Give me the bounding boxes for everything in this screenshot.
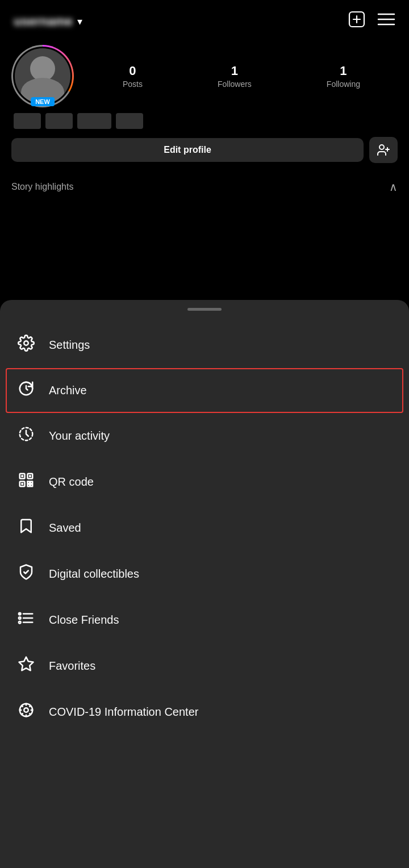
story-dots — [11, 113, 398, 129]
followers-count: 1 — [231, 64, 238, 78]
saved-label: Saved — [49, 521, 81, 535]
menu-item-favorites[interactable]: Favorites — [0, 643, 409, 689]
svg-rect-19 — [28, 482, 30, 484]
story-dot — [116, 113, 143, 129]
story-dot — [14, 113, 41, 129]
hamburger-menu-icon[interactable] — [377, 12, 395, 31]
menu-item-settings[interactable]: Settings — [0, 322, 409, 368]
followers-stat[interactable]: 1 Followers — [218, 64, 252, 89]
posts-count: 0 — [129, 64, 136, 78]
posts-stat[interactable]: 0 Posts — [123, 64, 143, 89]
svg-point-9 — [24, 341, 28, 345]
menu-list: Settings Archive Your acti — [0, 316, 409, 741]
top-bar-left: username ▾ — [14, 14, 82, 29]
following-label: Following — [327, 80, 360, 89]
qr-code-icon — [17, 471, 35, 493]
svg-line-39 — [30, 706, 31, 707]
add-post-icon[interactable] — [348, 10, 366, 32]
username-display: username — [14, 14, 73, 29]
followers-label: Followers — [218, 80, 252, 89]
covid-label: COVID-19 Information Center — [49, 706, 198, 719]
story-highlights-bar[interactable]: Story highlights ∧ — [0, 172, 409, 198]
chevron-up-icon[interactable]: ∧ — [389, 180, 398, 194]
menu-item-close-friends[interactable]: Close Friends — [0, 597, 409, 643]
svg-point-31 — [24, 708, 28, 712]
edit-profile-button[interactable]: Edit profile — [11, 138, 364, 162]
bottom-sheet: Settings Archive Your acti — [0, 300, 409, 868]
menu-item-covid[interactable]: COVID-19 Information Center — [0, 689, 409, 735]
svg-point-28 — [19, 621, 21, 624]
story-highlights-label: Story highlights — [11, 182, 73, 192]
star-icon — [17, 656, 35, 677]
menu-item-digital-collectibles[interactable]: Digital collectibles — [0, 551, 409, 597]
svg-rect-16 — [29, 475, 31, 477]
qr-code-label: QR code — [49, 475, 94, 489]
story-dot — [45, 113, 73, 129]
shield-check-icon — [17, 564, 35, 585]
svg-line-38 — [22, 713, 23, 715]
svg-rect-22 — [31, 485, 33, 487]
following-stat[interactable]: 1 Following — [327, 64, 360, 89]
stats-row: 0 Posts 1 Followers 1 Following — [85, 64, 398, 89]
buttons-row: Edit profile — [11, 137, 398, 163]
story-dot — [77, 113, 111, 129]
svg-point-6 — [379, 145, 384, 149]
top-bar-right — [348, 10, 395, 32]
posts-label: Posts — [123, 80, 143, 89]
covid-icon — [17, 702, 35, 723]
favorites-label: Favorites — [49, 660, 95, 673]
svg-line-37 — [30, 713, 31, 715]
profile-section: NEW 0 Posts 1 Followers 1 Following Edit… — [0, 39, 409, 172]
close-friends-icon — [17, 610, 35, 631]
archive-label: Archive — [49, 384, 87, 397]
menu-item-saved[interactable]: Saved — [0, 505, 409, 551]
menu-item-archive[interactable]: Archive — [6, 368, 403, 413]
svg-point-27 — [19, 617, 21, 619]
settings-label: Settings — [49, 339, 90, 352]
menu-item-qr-code[interactable]: QR code — [0, 459, 409, 505]
avatar-wrapper[interactable]: NEW — [11, 45, 74, 107]
top-bar: username ▾ — [0, 0, 409, 39]
svg-rect-15 — [21, 475, 23, 477]
settings-icon — [17, 335, 35, 356]
svg-rect-20 — [31, 482, 33, 484]
sheet-handle — [187, 308, 222, 311]
profile-row: NEW 0 Posts 1 Followers 1 Following — [11, 45, 398, 107]
your-activity-label: Your activity — [49, 429, 110, 443]
following-count: 1 — [340, 64, 347, 78]
svg-rect-17 — [21, 483, 23, 485]
chevron-down-icon[interactable]: ▾ — [77, 15, 82, 28]
new-badge: NEW — [31, 97, 55, 106]
saved-icon — [17, 518, 35, 539]
svg-rect-21 — [28, 485, 30, 487]
svg-point-26 — [19, 613, 21, 615]
archive-icon — [17, 380, 35, 401]
svg-marker-29 — [19, 657, 34, 671]
close-friends-label: Close Friends — [49, 614, 119, 627]
activity-icon — [17, 425, 35, 446]
svg-line-36 — [22, 706, 23, 707]
add-person-button[interactable] — [369, 137, 398, 163]
menu-item-your-activity[interactable]: Your activity — [0, 413, 409, 459]
digital-collectibles-label: Digital collectibles — [49, 567, 139, 581]
